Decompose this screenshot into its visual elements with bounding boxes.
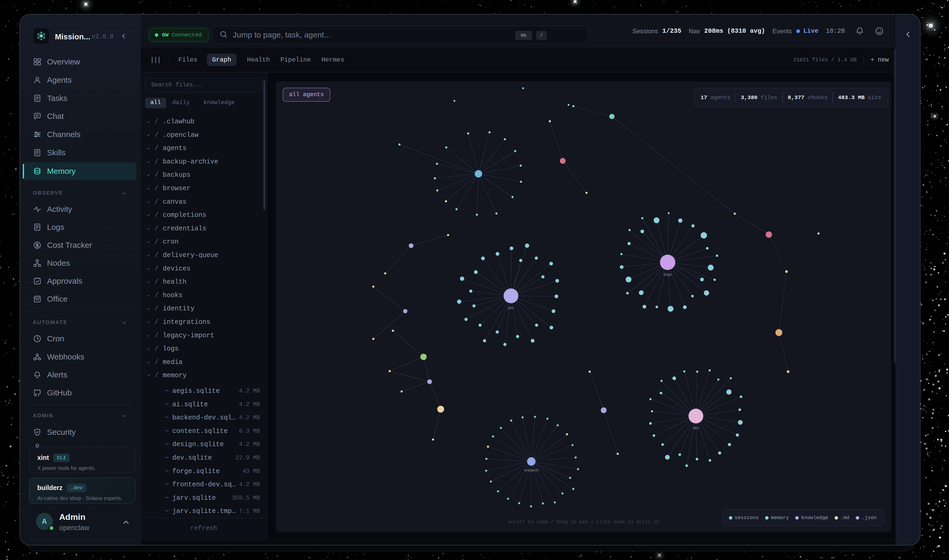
- svg-text:research: research: [524, 468, 538, 472]
- svg-text:jarv: jarv: [508, 306, 514, 310]
- svg-text:forge: forge: [663, 272, 672, 277]
- svg-text:dev: dev: [693, 426, 699, 430]
